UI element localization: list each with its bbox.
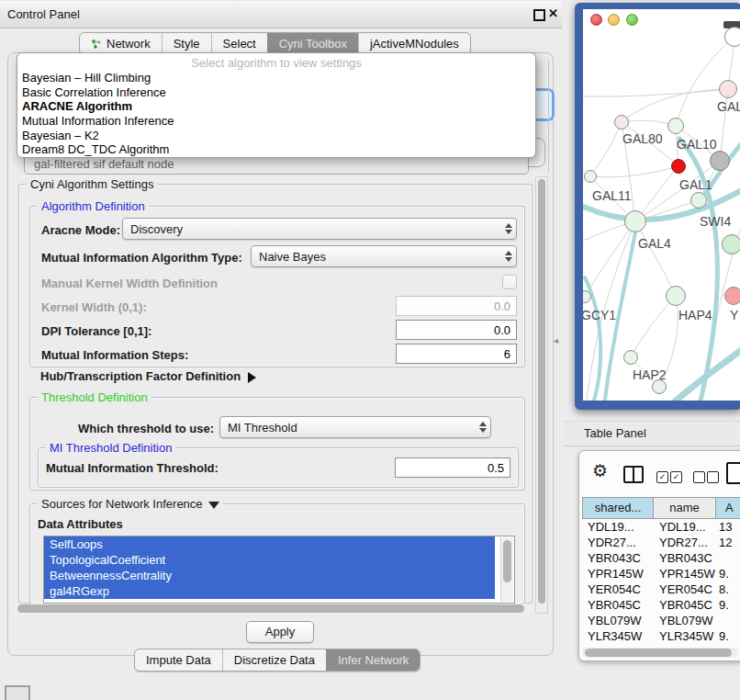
dropdown-item[interactable]: Bayesian – Hill Climbing [17, 71, 535, 85]
close-icon[interactable]: ✕ [548, 6, 558, 20]
aracne-mode-select[interactable]: Discovery [122, 218, 517, 240]
aracne-mode-value: Discovery [130, 222, 501, 236]
table-row[interactable]: YPR145W YPR145W 9. [582, 566, 740, 581]
list-scrollbar[interactable] [500, 537, 513, 602]
select-all-checkbox-icon[interactable]: ✓ [670, 471, 682, 483]
attribute-list-item[interactable]: BetweennessCentrality [44, 568, 495, 583]
table-row[interactable]: YDL19... YDL19... 13 [582, 519, 740, 535]
panel-divider-collapse-arrow[interactable]: ◂ [554, 335, 558, 345]
deselect-all-checkbox-icon[interactable] [707, 471, 719, 483]
node-label-Y: Y [730, 308, 738, 322]
mac-minimize-button[interactable] [608, 14, 620, 26]
network-canvas[interactable]: GALGAL80GAL10GAL1GAL11SWI4GAL4GCY1HAP4YH… [583, 9, 740, 401]
settings-horizontal-scrollbar[interactable] [13, 604, 533, 614]
dropdown-placeholder: Select algorithm to view settings [17, 55, 535, 71]
network-node-gal10[interactable] [667, 118, 684, 134]
cell-value: 12 [716, 535, 740, 550]
table-row[interactable]: YBL079W YBL079W [582, 613, 740, 628]
network-node-swi4[interactable] [722, 234, 740, 254]
mi-threshold-field[interactable]: 0.5 [395, 457, 510, 478]
select-all-checkbox-icon[interactable]: ✓ [656, 471, 668, 483]
expand-right-icon[interactable] [248, 372, 256, 383]
tab[interactable]: Cyni Toolbox [267, 33, 358, 54]
which-threshold-label: Which threshold to use: [78, 422, 214, 435]
node-label-GAL11: GAL11 [592, 188, 632, 203]
tab[interactable]: Select [211, 33, 267, 54]
network-node-red-node[interactable] [671, 159, 686, 174]
dpi-tolerance-field[interactable]: 0.0 [396, 320, 517, 340]
apply-button[interactable]: Apply [246, 621, 314, 643]
table-header-row: shared... name A [582, 497, 740, 519]
tab[interactable]: jActiveMNodules [358, 33, 470, 54]
which-threshold-select[interactable]: MI Threshold [219, 416, 491, 438]
hub-transcription-factor-section[interactable]: Hub/Transcription Factor Definition [40, 369, 256, 383]
mac-zoom-button[interactable] [626, 14, 638, 26]
tab[interactable]: Style [162, 33, 211, 54]
tab-label: Select [223, 33, 256, 54]
column-header-partial[interactable]: A [716, 497, 740, 519]
mac-close-button[interactable] [590, 14, 602, 26]
tab-label: Style [174, 33, 200, 54]
dropdown-item-label: Basic Correlation Inference [22, 85, 166, 99]
node-label-GAL1: GAL1 [679, 177, 712, 192]
table-row[interactable]: YLR345W YLR345W 9. [582, 628, 740, 644]
dropdown-item[interactable]: Mutual Information Inference [17, 114, 535, 129]
network-node-hap2[interactable] [623, 350, 638, 365]
attribute-list-item[interactable]: SelfLoops [44, 536, 495, 552]
tab[interactable]: Impute Data [135, 649, 222, 671]
deselect-all-checkbox-icon[interactable] [693, 471, 705, 483]
scrollbar-thumb[interactable] [585, 649, 732, 657]
table-horizontal-scrollbar[interactable] [582, 648, 738, 658]
settings-vertical-scrollbar[interactable] [535, 176, 548, 614]
kernel-width-field[interactable]: 0.0 [396, 296, 517, 316]
show-columns-icon[interactable] [623, 466, 644, 483]
cell-shared-name: YDL19... [582, 519, 654, 535]
network-node-hap4[interactable] [666, 286, 686, 306]
tab-label: Network [107, 33, 151, 54]
table-body: YDL19... YDL19... 13 YDR27... YDR27... 1… [582, 519, 740, 649]
table-row[interactable]: YBR043C YBR043C [582, 550, 740, 566]
network-node-gal11-small[interactable] [584, 170, 597, 183]
scrollbar-thumb[interactable] [538, 179, 545, 604]
scrollbar-thumb[interactable] [17, 604, 524, 613]
attribute-list-item[interactable]: TopologicalCoefficient [44, 552, 495, 568]
mi-steps-label: Mutual Information Steps: [41, 348, 188, 362]
table-row[interactable]: YBR045C YBR045C 9. [582, 597, 740, 613]
manual-kernel-width-checkbox[interactable] [502, 275, 517, 289]
mi-steps-field[interactable]: 6 [396, 344, 517, 364]
dropdown-item[interactable]: Basic Correlation Inference [17, 85, 535, 100]
mi-algorithm-type-select[interactable]: Naive Bayes [251, 245, 517, 267]
gear-icon[interactable]: ⚙ [592, 462, 608, 480]
data-attributes-list[interactable]: SelfLoops TopologicalCoefficient Between… [43, 536, 515, 604]
network-node-top-partial[interactable] [724, 27, 740, 47]
attribute-list-item[interactable]: gal4RGexp [44, 583, 495, 599]
collapse-down-icon[interactable] [208, 502, 219, 509]
dropdown-item[interactable]: Bayesian – K2 [17, 129, 535, 143]
dropdown-item[interactable]: Dream8 DC_TDC Algorithm [17, 142, 535, 157]
tab[interactable]: Discretize Data [222, 649, 326, 671]
node-label-GAL4: GAL4 [638, 236, 671, 251]
combo-spinner-icon [476, 417, 490, 437]
network-node-salmon-node[interactable] [724, 287, 740, 305]
network-view-window: GALGAL80GAL10GAL1GAL11SWI4GAL4GCY1HAP4YH… [575, 3, 740, 410]
table-row[interactable]: YER054C YER054C 8. [582, 581, 740, 597]
threshold-definition-group: Threshold Definition Which threshold to … [29, 397, 525, 491]
floating-panel-icon[interactable] [5, 685, 30, 700]
network-node-gal80[interactable] [614, 115, 629, 130]
column-header-shared-name[interactable]: shared... [582, 497, 654, 519]
network-node-pink-top[interactable] [719, 80, 737, 98]
float-window-icon[interactable] [533, 9, 545, 21]
scrollbar-thumb[interactable] [503, 540, 511, 582]
sources-group: Sources for Network Inference Data Attri… [29, 503, 525, 604]
network-node-gal4[interactable] [624, 210, 646, 232]
tab[interactable]: Infer Network [326, 649, 420, 671]
column-header-name[interactable]: name [654, 497, 716, 519]
sources-group-title[interactable]: Sources for Network Inference [38, 497, 223, 511]
export-table-icon[interactable] [726, 462, 740, 484]
dropdown-item[interactable]: ARACNE Algorithm [17, 99, 535, 114]
network-node-gal1[interactable] [690, 192, 707, 209]
network-node-gray-node[interactable] [710, 151, 730, 171]
data-attributes-label: Data Attributes [38, 517, 123, 531]
tab[interactable]: Network [80, 33, 162, 54]
table-row[interactable]: YDR27... YDR27... 12 [582, 535, 740, 550]
